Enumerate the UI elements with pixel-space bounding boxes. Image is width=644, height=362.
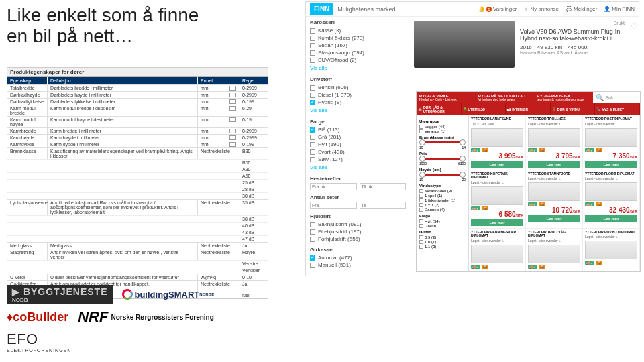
filter-option[interactable]: Bakhjulsdrift (091) bbox=[310, 221, 406, 228]
logo-efo: EFOELEKTROFORENINGEN bbox=[7, 330, 71, 349]
heart-icon[interactable]: ♡ bbox=[630, 21, 639, 68]
shop-filter-option[interactable]: 1 x 1 (2) bbox=[419, 202, 466, 207]
filter-option[interactable]: Firehjulsdrift (197) bbox=[310, 228, 406, 235]
shop-filters: Utegruppe Vegger (44)Veranda (1) Brannkl… bbox=[417, 115, 469, 272]
filter-option[interactable]: Grå (281) bbox=[310, 133, 406, 141]
filter-option[interactable]: SUV/Offroad (2) bbox=[310, 56, 406, 64]
row-lyd: Lydisolasjonsevne Angitt lydreduksjonsta… bbox=[7, 199, 268, 215]
filter-option[interactable]: Automat (477) bbox=[310, 254, 406, 261]
col-definisjon: Definisjon bbox=[48, 77, 198, 84]
col-egenskap: Egenskap bbox=[7, 77, 48, 84]
filter-vindustype: Vindustype bbox=[419, 184, 466, 188]
product-card[interactable]: YTTERDØR ROST DIPLOMAT Løgst - dinnavend… bbox=[583, 115, 640, 170]
shop-filter-option[interactable]: Hvit (34) bbox=[419, 219, 466, 223]
checkbox-icon bbox=[310, 36, 315, 41]
shop-filter-option[interactable]: Veranda (1) bbox=[419, 129, 466, 133]
les-mer-button[interactable]: Les mer bbox=[585, 215, 637, 222]
car-km: 49 830 km bbox=[537, 44, 562, 50]
filter-option[interactable]: Blå (113) bbox=[310, 126, 406, 133]
les-mer-button[interactable]: Les mer bbox=[585, 161, 637, 168]
shop-filter-option[interactable]: 0.9 (2) bbox=[419, 235, 466, 239]
vis-alle-link[interactable]: Vis alle bbox=[310, 106, 406, 115]
product-card[interactable]: YTTERDØR KOPERVIK DIPLOMAT Løgst - dinna… bbox=[469, 170, 526, 229]
shop-filter-option[interactable]: Vegger (44) bbox=[419, 124, 466, 129]
cat-vvs[interactable]: 🔧VVS & ELEKT bbox=[595, 103, 640, 115]
nav-ny-annonse[interactable]: ＋Ny annonse bbox=[523, 5, 559, 13]
filter-hk-heading: Hestekrefter bbox=[310, 176, 406, 182]
filter-option[interactable]: Hybrid (8) bbox=[310, 99, 406, 106]
slider-pris[interactable] bbox=[421, 158, 464, 160]
finn-logo[interactable]: FINN bbox=[310, 3, 333, 15]
product-image bbox=[528, 245, 580, 263]
product-image bbox=[528, 128, 580, 147]
shop-filter-option[interactable]: Canneo (4) bbox=[419, 207, 466, 212]
filter-option[interactable]: Sedan (167) bbox=[310, 42, 406, 49]
promo-1[interactable]: BYGG & VIRKEKledning - Gulv - Listverk bbox=[417, 92, 476, 103]
slider-hoyde[interactable] bbox=[421, 174, 464, 176]
nav-varslinger[interactable]: 🔔1Varslinger bbox=[478, 5, 517, 13]
hk-from[interactable] bbox=[310, 183, 357, 190]
filter-option[interactable]: Diesel (1 879) bbox=[310, 91, 406, 99]
row-glass: Med glass Med glass Nedtrekksliste Ja bbox=[7, 242, 268, 249]
filter-option[interactable]: Hvit (190) bbox=[310, 141, 406, 148]
table-row: KarmhøydeKarm høyde i millimetermm0-2999 bbox=[7, 134, 268, 141]
filter-seter-heading: Antall seter bbox=[310, 194, 406, 200]
les-mer-button[interactable]: Les mer bbox=[528, 161, 580, 168]
vis-alle-link[interactable]: Vis alle bbox=[310, 163, 406, 172]
row-brannklasse: Brannklasse Klassifisering av materialer… bbox=[7, 147, 268, 159]
shop-filter-option[interactable]: 1.0 (1) bbox=[419, 239, 466, 244]
product-card[interactable]: YTTERDØR FLORØ DIPLOMAT Løgst - dinnaven… bbox=[583, 170, 640, 229]
cat-interior[interactable]: 🛋INTERIØR bbox=[506, 103, 551, 115]
seter-to[interactable] bbox=[360, 202, 407, 209]
les-mer-button[interactable]: Les mer bbox=[471, 161, 523, 168]
seter-from[interactable] bbox=[310, 202, 357, 209]
filter-option[interactable]: Kasse (3) bbox=[310, 27, 406, 34]
product-card[interactable]: YTTERDØR STAMNFJORD Løgst - dinnavendør … bbox=[526, 170, 583, 229]
product-image bbox=[585, 128, 637, 147]
filter-option[interactable]: Forhjulsdrift (656) bbox=[310, 235, 406, 243]
cat-utemiljo[interactable]: 🌳UTEMILJØ bbox=[462, 103, 506, 115]
filter-option[interactable]: Sølv (127) bbox=[310, 156, 406, 163]
shop-filter-option[interactable]: Ketarmodell (3) bbox=[419, 188, 466, 193]
les-mer-button[interactable]: Les mer bbox=[528, 215, 580, 222]
logo-buildingsmart: buildingSMARTNORGE bbox=[122, 285, 214, 304]
promo-2[interactable]: BYGG PÅ NETT I 4D / 3DVi hjelper deg hel… bbox=[476, 92, 535, 103]
shop-filter-option[interactable]: 1 speil (1) bbox=[419, 193, 466, 198]
product-card[interactable]: YTTERDØR HENNINGSVÆR DIPLOMAT Løgst - di… bbox=[469, 229, 526, 272]
vis-alle-link[interactable]: Vis alle bbox=[310, 64, 406, 72]
cat-dor-las[interactable]: 🏠DØR, LÅS & UTEGÅNGER bbox=[417, 103, 462, 115]
slider-brann[interactable] bbox=[421, 141, 464, 143]
cat-dor-vindu[interactable]: 🚪DØR & VINDU bbox=[551, 103, 596, 115]
filter-option[interactable]: Svart (430) bbox=[310, 148, 406, 156]
hk-to[interactable] bbox=[360, 183, 407, 190]
filter-hjuldrift-heading: Hjuldrift bbox=[310, 213, 406, 219]
checkbox-icon bbox=[310, 157, 315, 162]
filter-option[interactable]: Bensin (606) bbox=[310, 84, 406, 91]
shop-search[interactable]: 🔍Søk bbox=[593, 92, 640, 103]
checkbox-icon bbox=[310, 100, 315, 105]
nav-meldinger[interactable]: 💬Meldinger bbox=[566, 5, 597, 13]
ship-icon: 📦 bbox=[482, 265, 488, 269]
car-seller: Hansen Bilsenter AS avd. Åssne bbox=[520, 50, 625, 55]
les-mer-button[interactable]: Les mer bbox=[471, 219, 523, 226]
shop-filter-option[interactable]: Grønn bbox=[419, 223, 466, 228]
nav-min-finn[interactable]: 👤Min FINN bbox=[604, 5, 635, 13]
filter-option[interactable]: Kombi 5-dørs (279) bbox=[310, 34, 406, 42]
shop-categories: 🏠DØR, LÅS & UTEGÅNGER 🌳UTEMILJØ 🛋INTERIØ… bbox=[417, 103, 640, 115]
used-label: Brukt bbox=[520, 21, 625, 25]
logo-nrf: NRF Norske Rørgrossisters Forening bbox=[78, 308, 214, 326]
shop-filter-option[interactable]: 1 firkantvindel (1) bbox=[419, 198, 466, 202]
product-card[interactable]: YTTERDØR TROLLNES Løgst - dinnavendør 1 … bbox=[526, 115, 583, 170]
product-card[interactable]: YTTERDØR LANNFSUND 10X21 Ro, vem. 🚚✓📦 3 … bbox=[469, 115, 526, 170]
product-card[interactable]: YTTERDØR TROLLVÅG DIPLOMAT Løgst - dinna… bbox=[526, 229, 583, 272]
filter-option[interactable]: Stasjonsvogn (594) bbox=[310, 49, 406, 56]
table-row: DørbladtykkelseDørbladets tykkelse i mil… bbox=[7, 98, 268, 105]
product-card[interactable]: YTTERDØR ROVINJ DIPLOMAT Løgst - dinnave… bbox=[583, 229, 640, 272]
result-item[interactable]: Brukt Volvo V60 D6 AWD Summum Plug-In Hy… bbox=[414, 21, 639, 68]
table-row: KarmbreddeKarm bredde i millimetermm0-29… bbox=[7, 127, 268, 134]
table-title: Produktegenskaper for dører bbox=[7, 68, 268, 77]
filter-ugrp: Utegruppe bbox=[419, 119, 466, 123]
shop-filter-option[interactable]: 1.1 (3) bbox=[419, 244, 466, 249]
filter-option[interactable]: Manuell (531) bbox=[310, 261, 406, 269]
promo-3[interactable]: BYGGEPROSJEKTtegninger & materialberegni… bbox=[534, 92, 593, 103]
